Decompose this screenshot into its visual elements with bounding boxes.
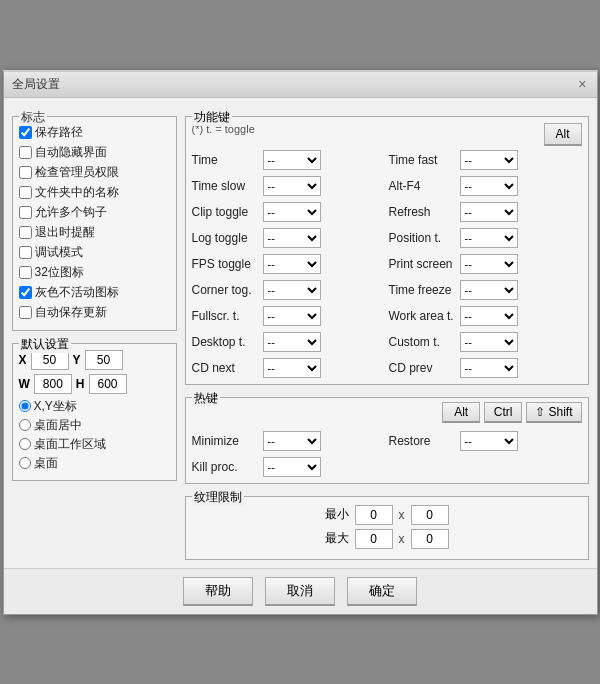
func-select-6[interactable]: --	[263, 306, 321, 326]
checkbox-label-6: 调试模式	[35, 244, 83, 261]
checkbox-5[interactable]	[19, 226, 32, 239]
shift-hotkey-button[interactable]: ⇧ Shift	[526, 402, 581, 423]
checkbox-9[interactable]	[19, 306, 32, 319]
func-select2-7[interactable]: --	[460, 332, 518, 352]
func-select2-4[interactable]: --	[460, 254, 518, 274]
func-key-header: (*) t. = toggle Alt	[192, 123, 582, 146]
min-y-input[interactable]	[411, 505, 449, 525]
func-name-0: Time	[192, 153, 260, 167]
radio-3[interactable]	[19, 457, 31, 469]
hotkey-select-1[interactable]: --	[263, 457, 321, 477]
checkbox-row: 保存路径	[19, 124, 170, 141]
close-button[interactable]: ×	[576, 76, 588, 92]
checkbox-row: 检查管理员权限	[19, 164, 170, 181]
func-key-group-label: 功能键	[192, 109, 232, 126]
func-row-left-0: Time--	[192, 150, 385, 170]
func-name-2: Clip toggle	[192, 205, 260, 219]
y-label: Y	[73, 353, 81, 367]
func-row-right-8: CD prev--	[389, 358, 582, 378]
hotkey-group-label: 热键	[192, 390, 220, 407]
checkbox-0[interactable]	[19, 126, 32, 139]
checkbox-label-4: 允许多个钩子	[35, 204, 107, 221]
help-button[interactable]: 帮助	[183, 577, 253, 606]
func-row-left-7: Desktop t.--	[192, 332, 385, 352]
checkbox-6[interactable]	[19, 246, 32, 259]
wh-row: W H	[19, 374, 170, 394]
func-select2-6[interactable]: --	[460, 306, 518, 326]
xy-row: X Y	[19, 350, 170, 370]
checkbox-3[interactable]	[19, 186, 32, 199]
alt-hotkey-button[interactable]: Alt	[442, 402, 480, 423]
radio-2[interactable]	[19, 438, 31, 450]
hotkey-rows-list: Minimize--Restore--Kill proc.--	[192, 429, 582, 479]
right-panel: 功能键 (*) t. = toggle Alt Time--Time fast-…	[185, 106, 589, 560]
checkbox-label-3: 文件夹中的名称	[35, 184, 119, 201]
hotkey-row-right-1	[389, 457, 582, 477]
func-row-right-7: Custom t.--	[389, 332, 582, 352]
radio-row-2: 桌面工作区域	[19, 436, 170, 453]
checkbox-1[interactable]	[19, 146, 32, 159]
func-name2-4: Print screen	[389, 257, 457, 271]
h-input[interactable]	[89, 374, 127, 394]
func-select-5[interactable]: --	[263, 280, 321, 300]
func-select-0[interactable]: --	[263, 150, 321, 170]
func-select2-5[interactable]: --	[460, 280, 518, 300]
checkbox-8[interactable]	[19, 286, 32, 299]
radio-0[interactable]	[19, 400, 31, 412]
func-row-left-2: Clip toggle--	[192, 202, 385, 222]
func-row-right-0: Time fast--	[389, 150, 582, 170]
checkbox-label-9: 自动保存更新	[35, 304, 107, 321]
texture-max-row: 最大 x	[192, 529, 582, 549]
main-dialog: 全局设置 × 标志 保存路径自动隐藏界面检查管理员权限文件夹中的名称允许多个钩子…	[3, 70, 598, 615]
max-y-input[interactable]	[411, 529, 449, 549]
checkbox-label-5: 退出时提醒	[35, 224, 95, 241]
checkbox-4[interactable]	[19, 206, 32, 219]
radio-label-1: 桌面居中	[34, 417, 82, 434]
checkbox-label-7: 32位图标	[35, 264, 84, 281]
radio-row-1: 桌面居中	[19, 417, 170, 434]
cancel-button[interactable]: 取消	[265, 577, 335, 606]
func-select-8[interactable]: --	[263, 358, 321, 378]
func-select-2[interactable]: --	[263, 202, 321, 222]
radio-1[interactable]	[19, 419, 31, 431]
func-select2-3[interactable]: --	[460, 228, 518, 248]
func-select-3[interactable]: --	[263, 228, 321, 248]
hotkey-select2-0[interactable]: --	[460, 431, 518, 451]
hotkey-select-0[interactable]: --	[263, 431, 321, 451]
alt-toggle-button[interactable]: Alt	[544, 123, 582, 146]
checkbox-row: 退出时提醒	[19, 224, 170, 241]
dialog-body: 标志 保存路径自动隐藏界面检查管理员权限文件夹中的名称允许多个钩子退出时提醒调试…	[4, 98, 597, 568]
func-row-right-4: Print screen--	[389, 254, 582, 274]
dialog-title: 全局设置	[12, 76, 60, 93]
radio-label-2: 桌面工作区域	[34, 436, 106, 453]
func-name-4: FPS toggle	[192, 257, 260, 271]
x-input[interactable]	[31, 350, 69, 370]
checkbox-row: 灰色不活动图标	[19, 284, 170, 301]
default-settings-group: 默认设置 X Y W H X,Y坐标桌面居中桌面工作区域桌面	[12, 343, 177, 481]
func-select2-2[interactable]: --	[460, 202, 518, 222]
flags-group-label: 标志	[19, 109, 47, 126]
w-input[interactable]	[34, 374, 72, 394]
hotkey-row-right-0: Restore--	[389, 431, 582, 451]
checkbox-7[interactable]	[19, 266, 32, 279]
func-row-right-2: Refresh--	[389, 202, 582, 222]
ctrl-hotkey-button[interactable]: Ctrl	[484, 402, 522, 423]
checkbox-2[interactable]	[19, 166, 32, 179]
max-x-input[interactable]	[355, 529, 393, 549]
title-bar: 全局设置 ×	[4, 72, 597, 98]
y-input[interactable]	[85, 350, 123, 370]
func-row-left-1: Time slow--	[192, 176, 385, 196]
func-row-left-5: Corner tog.--	[192, 280, 385, 300]
checkbox-label-1: 自动隐藏界面	[35, 144, 107, 161]
func-select2-0[interactable]: --	[460, 150, 518, 170]
checkboxes-list: 保存路径自动隐藏界面检查管理员权限文件夹中的名称允许多个钩子退出时提醒调试模式3…	[19, 124, 170, 321]
func-select-1[interactable]: --	[263, 176, 321, 196]
func-row-right-5: Time freeze--	[389, 280, 582, 300]
checkbox-row: 自动保存更新	[19, 304, 170, 321]
ok-button[interactable]: 确定	[347, 577, 417, 606]
func-select2-8[interactable]: --	[460, 358, 518, 378]
func-select2-1[interactable]: --	[460, 176, 518, 196]
func-select-7[interactable]: --	[263, 332, 321, 352]
min-x-input[interactable]	[355, 505, 393, 525]
func-select-4[interactable]: --	[263, 254, 321, 274]
